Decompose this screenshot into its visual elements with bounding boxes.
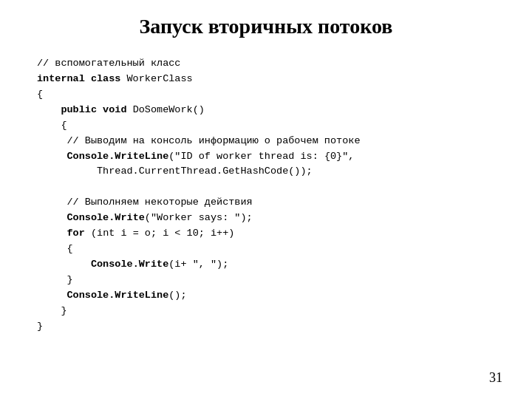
slide-number: 31 (489, 370, 502, 386)
code-line-14: Console.Write(i+ ", "); (37, 259, 228, 270)
comment-2: // Выводим на консоль информацию о рабоч… (67, 135, 361, 146)
code-line-16: Console.WriteLine(); (37, 290, 187, 301)
code-line-12: for (int i = o; i < 10; i++) (37, 228, 234, 239)
keyword-public-void: public void (61, 104, 126, 115)
slide-title: Запуск вторичных потоков (30, 15, 502, 38)
code-line-7: Console.WriteLine("ID of worker thread i… (37, 151, 354, 162)
keyword-internal: internal class (37, 73, 120, 84)
keyword-console-write: Console.Write (67, 212, 145, 223)
slide: Запуск вторичных потоков // вспомогатель… (0, 0, 532, 399)
keyword-console-write-2: Console.Write (91, 259, 168, 270)
code-line-13: { (37, 243, 73, 254)
code-line-15: } (37, 274, 73, 285)
code-line-18: } (37, 321, 43, 332)
comment-3: // Выполняем некоторые действия (67, 197, 253, 208)
keyword-for: for (67, 228, 85, 239)
code-line-4: public void DoSomeWork() (37, 104, 205, 115)
code-block: // вспомогательный класс internal class … (30, 56, 502, 335)
code-line-1: // вспомогательный класс (37, 58, 180, 69)
keyword-console-writeline: Console.WriteLine (67, 151, 169, 162)
code-line-10: // Выполняем некоторые действия (37, 197, 253, 208)
code-line-6: // Выводим на консоль информацию о рабоч… (37, 135, 360, 146)
code-line-9 (37, 181, 43, 192)
code-line-3: { (37, 89, 43, 100)
code-line-17: } (37, 305, 67, 316)
code-line-2: internal class WorkerClass (37, 73, 193, 84)
code-line-8: Thread.CurrentThread.GetHashCode()); (37, 166, 313, 177)
keyword-console-writeline-2: Console.WriteLine (67, 290, 169, 301)
code-line-11: Console.Write("Worker says: "); (37, 212, 253, 223)
code-line-5: { (37, 120, 67, 131)
